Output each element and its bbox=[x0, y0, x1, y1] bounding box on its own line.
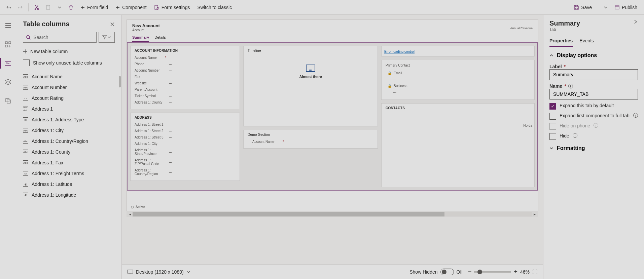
redo-button[interactable] bbox=[15, 3, 25, 12]
list-item[interactable]: ▭Address 1: Address Type bbox=[16, 114, 121, 125]
account-info-section[interactable]: ACCOUNT INFORMATION Account Name*---Phon… bbox=[130, 46, 240, 109]
new-table-column-button[interactable]: New table column bbox=[16, 46, 121, 57]
form-settings-button[interactable]: Form settings bbox=[151, 3, 193, 12]
info-icon[interactable]: i bbox=[568, 84, 573, 88]
show-hidden-label: Show Hidden bbox=[409, 269, 437, 275]
add-form-field-button[interactable]: Form field bbox=[78, 3, 111, 12]
header-more-icon[interactable]: ⋯ bbox=[510, 23, 533, 27]
list-item[interactable]: AbcAddress 1: Country/Region bbox=[16, 136, 121, 147]
switch-classic-button[interactable]: Switch to classic bbox=[194, 3, 235, 12]
field-label: Ticker Symbol bbox=[135, 94, 165, 98]
list-item[interactable]: AbcAccount Number bbox=[16, 82, 121, 93]
column-type-icon: Abc def bbox=[23, 107, 28, 111]
field-value: --- bbox=[169, 129, 172, 133]
filter-button[interactable] bbox=[99, 32, 115, 43]
field-value: --- bbox=[169, 160, 172, 164]
rail-columns[interactable]: Abc bbox=[3, 58, 13, 69]
list-item[interactable]: ◐Address 1: Longitude bbox=[16, 190, 121, 200]
cut-button[interactable] bbox=[32, 3, 41, 12]
info-icon[interactable]: i bbox=[573, 133, 577, 138]
info-icon[interactable]: i bbox=[594, 123, 598, 128]
scrollbar-thumb[interactable] bbox=[133, 212, 444, 216]
form-card[interactable]: New Account Account ⋯ Annual Revenue Sum… bbox=[127, 19, 538, 211]
publish-button[interactable]: Publish bbox=[612, 3, 640, 12]
field-value: --- bbox=[169, 69, 172, 72]
rail-components[interactable] bbox=[3, 39, 13, 50]
show-unused-label: Show only unused table columns bbox=[33, 60, 102, 66]
list-item[interactable]: ▭Address 1: Freight Terms bbox=[16, 168, 121, 179]
panel-expand-button[interactable] bbox=[633, 19, 638, 24]
address-section[interactable]: ADDRESS Address 1: Street 1---Address 1:… bbox=[130, 113, 240, 181]
section-title: Demo Section bbox=[248, 133, 373, 136]
demo-section[interactable]: Demo Section Account Name * --- bbox=[243, 130, 378, 149]
status-dot-icon bbox=[131, 206, 134, 208]
column-type-icon: ▭ bbox=[23, 96, 28, 101]
show-hidden-toggle[interactable] bbox=[440, 269, 454, 275]
expand-first-checkbox[interactable]: Expand first component to full tab i bbox=[549, 113, 638, 120]
hide-phone-checkbox[interactable]: Hide on phone i bbox=[549, 123, 638, 130]
search-input[interactable] bbox=[33, 35, 94, 40]
undo-button[interactable] bbox=[4, 3, 13, 12]
checkbox-icon bbox=[549, 123, 556, 130]
rail-hamburger[interactable] bbox=[3, 20, 13, 31]
panel-close-button[interactable] bbox=[110, 22, 115, 27]
form-tab[interactable]: Summary bbox=[132, 33, 149, 42]
scrollbar-thumb[interactable] bbox=[119, 76, 121, 87]
add-component-button[interactable]: Component bbox=[113, 3, 149, 12]
hide-checkbox[interactable]: Hide i bbox=[549, 133, 638, 140]
primary-contact-section[interactable]: Primary Contact 🔒Email --- 🔒Business --- bbox=[381, 60, 535, 100]
paste-button[interactable] bbox=[43, 3, 53, 12]
form-tab[interactable]: Details bbox=[154, 33, 166, 42]
canvas-status-bar: Desktop (1920 x 1080) Show Hidden Off − … bbox=[122, 264, 543, 279]
tab-events[interactable]: Events bbox=[579, 35, 594, 47]
display-options-header[interactable]: Display options bbox=[549, 50, 638, 61]
zoom-in-button[interactable]: + bbox=[514, 268, 517, 275]
fit-icon[interactable] bbox=[532, 269, 538, 275]
zoom-out-button[interactable]: − bbox=[468, 268, 472, 275]
formatting-header[interactable]: Formatting bbox=[549, 143, 638, 153]
plus-icon bbox=[80, 5, 85, 10]
error-link[interactable]: Error loading control bbox=[384, 50, 415, 53]
column-label: Address 1: Latitude bbox=[32, 182, 72, 187]
error-section[interactable]: Error loading control bbox=[381, 46, 535, 56]
list-item[interactable]: ▭Account Rating bbox=[16, 93, 121, 104]
contacts-section[interactable]: CONTACTS No da bbox=[381, 103, 535, 187]
column-type-icon: Abc bbox=[23, 150, 28, 154]
list-item[interactable]: AbcAddress 1: County bbox=[16, 147, 121, 157]
summary-tab-body[interactable]: ACCOUNT INFORMATION Account Name*---Phon… bbox=[127, 42, 538, 191]
required-star: * bbox=[283, 140, 287, 144]
save-chevron[interactable] bbox=[602, 3, 610, 11]
rail-formlibs[interactable] bbox=[3, 95, 13, 106]
list-item[interactable]: ◐Address 1: Latitude bbox=[16, 179, 121, 190]
scroll-left-icon[interactable]: ◄ bbox=[128, 212, 133, 216]
save-label: Save bbox=[581, 5, 592, 10]
canvas-hscroll[interactable]: ◄ ► bbox=[127, 211, 538, 217]
zoom-slider[interactable] bbox=[474, 271, 511, 273]
label-field-label: Label bbox=[549, 64, 562, 69]
list-item[interactable]: AbcAddress 1: City bbox=[16, 125, 121, 136]
list-item[interactable]: AbcAccount Name bbox=[16, 71, 121, 82]
viewport-label: Desktop (1920 x 1080) bbox=[136, 269, 184, 275]
properties-subtitle: Tab bbox=[549, 27, 580, 32]
label-input[interactable] bbox=[549, 69, 638, 80]
show-unused-checkbox-row[interactable]: Show only unused table columns bbox=[16, 57, 121, 71]
list-item[interactable]: AbcAddress 1: Fax bbox=[16, 157, 121, 168]
search-input-wrapper[interactable] bbox=[23, 32, 97, 43]
expand-default-checkbox[interactable]: ✓ Expand this tab by default bbox=[549, 103, 638, 110]
name-input[interactable] bbox=[549, 89, 638, 99]
viewport-selector[interactable]: Desktop (1920 x 1080) bbox=[127, 269, 190, 275]
rail-tree[interactable] bbox=[3, 77, 13, 87]
formlibs-icon bbox=[5, 98, 11, 104]
svg-rect-13 bbox=[128, 270, 133, 273]
delete-button[interactable] bbox=[66, 3, 76, 12]
column-label: Address 1: Longitude bbox=[32, 192, 76, 198]
scroll-right-icon[interactable]: ► bbox=[532, 212, 537, 216]
checkbox-icon bbox=[23, 59, 30, 66]
timeline-section[interactable]: Timeline Almost there bbox=[243, 46, 378, 126]
info-icon[interactable]: i bbox=[633, 113, 638, 118]
lock-icon: 🔒 bbox=[388, 84, 392, 88]
save-button[interactable]: Save bbox=[571, 3, 595, 12]
paste-chevron[interactable] bbox=[55, 3, 64, 12]
list-item[interactable]: Abc defAddress 1 bbox=[16, 104, 121, 114]
tab-properties[interactable]: Properties bbox=[549, 35, 573, 47]
